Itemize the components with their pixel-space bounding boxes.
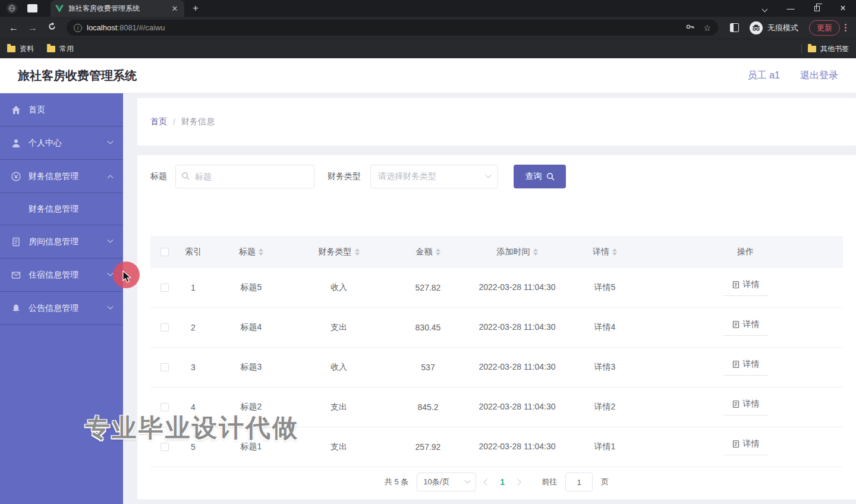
column-header-amount[interactable]: 金额: [383, 236, 473, 268]
row-detail-button[interactable]: 详情: [723, 279, 768, 296]
column-header-index: 索引: [178, 236, 208, 268]
cell-detail: 详情5: [562, 268, 648, 307]
current-user-label: 员工 a1: [748, 70, 780, 82]
sort-icon[interactable]: [436, 248, 440, 256]
new-tab-button[interactable]: +: [193, 2, 199, 14]
bookmark-star-icon[interactable]: ☆: [703, 23, 711, 33]
app-header: 旅社客房收费管理系统 员工 a1 退出登录: [0, 58, 856, 93]
query-button[interactable]: 查询: [514, 165, 566, 188]
cell-index: 3: [178, 348, 208, 387]
cell-amount: 830.45: [383, 308, 473, 347]
cell-time: 2022-03-28 11:04:30: [479, 360, 556, 374]
page-info-icon[interactable]: i: [74, 24, 82, 32]
cell-detail: 详情1: [562, 427, 648, 467]
sort-icon[interactable]: [612, 248, 617, 256]
update-button[interactable]: 更新: [809, 20, 840, 36]
goto-page-input[interactable]: [565, 472, 593, 492]
sort-icon[interactable]: [355, 248, 360, 256]
cell-detail: 详情4: [562, 308, 648, 347]
row-detail-button[interactable]: 详情: [723, 319, 768, 336]
window-icon[interactable]: [27, 4, 37, 12]
cell-title: 标题5: [208, 268, 294, 307]
row-detail-button[interactable]: 详情: [723, 399, 768, 415]
sidebar-item-finance-management[interactable]: 财务信息管理: [0, 160, 123, 193]
browser-profile-globe-icon[interactable]: [6, 2, 18, 14]
sidebar-item-lodging-management[interactable]: 住宿信息管理: [0, 259, 123, 292]
cell-time: 2022-03-28 11:04:30: [479, 281, 556, 294]
sort-icon[interactable]: [259, 248, 263, 256]
cell-amount: 845.2: [383, 388, 473, 427]
back-button[interactable]: ←: [6, 23, 21, 33]
cell-type: 收入: [294, 348, 383, 387]
row-checkbox[interactable]: [160, 403, 169, 411]
bookmarks-bar: 资料 常用 其他书签: [0, 39, 856, 58]
row-detail-button[interactable]: 详情: [723, 439, 768, 455]
table-row: 2 标题4 支出 830.45 2022-03-28 11:04:30 详情4 …: [150, 308, 843, 348]
pagination: 共 5 条 10条/页 1 前往 页: [150, 472, 843, 492]
table-header-row: 索引 标题 财务类型 金额 添加时间 详情 操作: [150, 236, 843, 268]
column-header-action: 操作: [648, 236, 843, 268]
side-panel-icon[interactable]: [730, 23, 739, 32]
row-detail-button[interactable]: 详情: [723, 359, 768, 376]
row-checkbox[interactable]: [160, 363, 169, 371]
window-restore-button[interactable]: [804, 4, 830, 13]
cell-index: 1: [178, 268, 208, 307]
cell-amount: 527.82: [383, 268, 473, 307]
sidebar-subitem-finance-management[interactable]: 财务信息管理: [0, 193, 123, 225]
browser-toolbar: ← → i localhost:8081/#/caiwu ☆ 无痕模式 更新: [0, 17, 856, 39]
cell-amount: 537: [383, 348, 473, 387]
current-page-number[interactable]: 1: [500, 477, 505, 487]
chevron-down-icon: [108, 138, 114, 144]
password-key-icon[interactable]: [685, 22, 695, 33]
sidebar-item-notice-management[interactable]: 公告信息管理: [0, 292, 123, 325]
app-title: 旅社客房收费管理系统: [18, 68, 137, 84]
cell-type: 支出: [294, 427, 383, 467]
title-search-input[interactable]: [175, 165, 314, 188]
breadcrumb-home[interactable]: 首页: [150, 116, 167, 127]
page-unit-label: 页: [601, 477, 609, 487]
column-header-title[interactable]: 标题: [208, 236, 294, 268]
sidebar-item-personal-center[interactable]: 个人中心: [0, 127, 123, 160]
sort-icon[interactable]: [533, 248, 538, 256]
window-close-button[interactable]: ×: [830, 3, 856, 14]
column-header-detail[interactable]: 详情: [562, 236, 648, 268]
chevron-down-icon: [108, 304, 114, 310]
row-checkbox[interactable]: [160, 284, 169, 292]
document-icon: [732, 400, 740, 408]
tab-close-icon[interactable]: ✕: [170, 4, 180, 13]
watermark-text: 专业毕业设计代做: [85, 411, 299, 445]
other-bookmarks[interactable]: 其他书签: [808, 44, 849, 54]
url-text: localhost:8081/#/caiwu: [87, 23, 165, 32]
bookmark-folder[interactable]: 资料: [7, 44, 34, 54]
cell-detail: 详情3: [562, 348, 648, 387]
select-all-checkbox[interactable]: [160, 248, 169, 256]
chevron-down-icon: [108, 270, 114, 276]
cell-time: 2022-03-28 11:04:30: [479, 320, 556, 334]
table-row: 3 标题3 收入 537 2022-03-28 11:04:30 详情3 详情: [150, 348, 843, 388]
vue-favicon: [55, 5, 64, 12]
row-checkbox[interactable]: [160, 323, 169, 332]
prev-page-button[interactable]: [484, 478, 490, 485]
browser-tab[interactable]: 旅社客房收费管理系统 ✕: [51, 0, 184, 17]
search-icon: [546, 172, 555, 181]
logout-link[interactable]: 退出登录: [800, 70, 838, 82]
bookmark-folder[interactable]: 常用: [47, 44, 74, 54]
document-icon: [732, 281, 740, 289]
mail-icon: [11, 270, 21, 281]
finance-type-select[interactable]: 请选择财务类型: [370, 165, 498, 188]
sidebar-item-room-management[interactable]: 房间信息管理: [0, 225, 123, 259]
next-page-button[interactable]: [514, 478, 521, 485]
sidebar-item-home[interactable]: 首页: [0, 93, 123, 127]
column-header-time[interactable]: 添加时间: [473, 236, 562, 268]
document-icon: [732, 440, 740, 448]
address-bar[interactable]: i localhost:8081/#/caiwu ☆: [67, 20, 718, 36]
window-minimize-button[interactable]: —: [778, 4, 804, 13]
cell-time: 2022-03-28 11:04:30: [479, 400, 556, 414]
cell-title: 标题4: [208, 308, 294, 347]
browser-menu-icon[interactable]: [845, 24, 846, 32]
tab-search-chevron-icon[interactable]: [751, 4, 778, 13]
page-size-select[interactable]: 10条/页: [417, 472, 476, 492]
reload-button[interactable]: [44, 22, 59, 33]
forward-button[interactable]: →: [25, 23, 40, 33]
column-header-type[interactable]: 财务类型: [294, 236, 383, 268]
